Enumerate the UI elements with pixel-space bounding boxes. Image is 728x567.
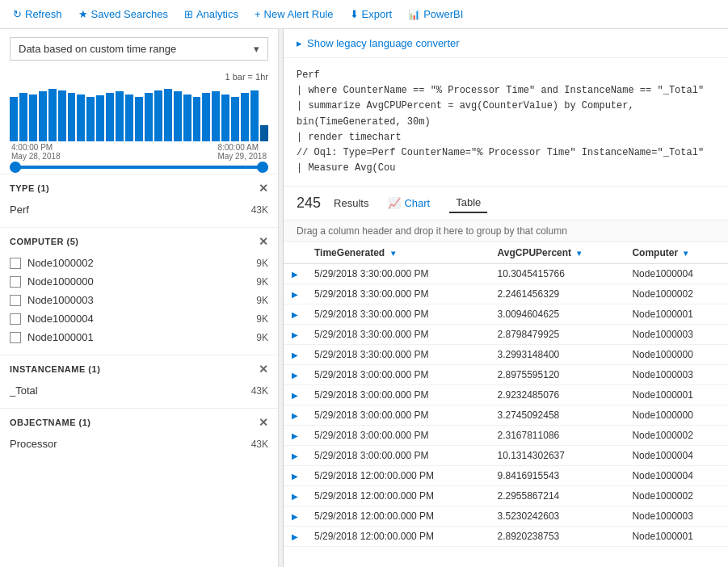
- row-expand-cell[interactable]: ▶: [284, 385, 306, 405]
- chart-icon: 📈: [388, 197, 401, 209]
- filter-checkbox[interactable]: [10, 258, 21, 269]
- slider-area[interactable]: [0, 161, 278, 174]
- table-row[interactable]: ▶5/29/2018 3:00:00.000 PM10.1314302637No…: [284, 446, 728, 466]
- filter-row-count: 9K: [256, 276, 268, 288]
- row-expand-cell[interactable]: ▶: [284, 506, 306, 527]
- table-body: ▶5/29/2018 3:30:00.000 PM10.3045415766No…: [284, 264, 728, 547]
- col-header-time[interactable]: TimeGenerated ▾: [306, 242, 489, 264]
- time-labels: 4:00:00 PM May 28, 2018 8:00:00 AM May 2…: [10, 143, 268, 161]
- refresh-button[interactable]: ↻ Refresh: [6, 5, 69, 23]
- download-icon: ⬇: [350, 8, 359, 20]
- time-label-left: 4:00:00 PM May 28, 2018: [11, 143, 61, 161]
- col-header-computer[interactable]: Computer ▾: [624, 242, 728, 264]
- table-row[interactable]: ▶5/29/2018 3:30:00.000 PM3.2993148400Nod…: [284, 345, 728, 365]
- row-expand-cell[interactable]: ▶: [284, 365, 306, 385]
- new-alert-rule-button[interactable]: + New Alert Rule: [248, 5, 340, 23]
- row-expand-cell[interactable]: ▶: [284, 325, 306, 345]
- table-row[interactable]: ▶5/29/2018 3:30:00.000 PM3.0094604625Nod…: [284, 304, 728, 325]
- row-expand-icon[interactable]: ▶: [292, 411, 298, 420]
- time-range-selector[interactable]: Data based on custom time range ▾: [10, 37, 268, 61]
- filter-icon-computer[interactable]: ▾: [684, 249, 688, 258]
- table-row[interactable]: ▶5/29/2018 12:00:00.000 PM2.8920238753No…: [284, 527, 728, 547]
- filter-close-icon[interactable]: ✕: [259, 363, 269, 375]
- table-row[interactable]: ▶5/29/2018 3:00:00.000 PM2.3167811086Nod…: [284, 426, 728, 446]
- hist-bar: [86, 97, 95, 141]
- list-item: Node10000049K: [10, 309, 268, 328]
- table-row[interactable]: ▶5/29/2018 12:00:00.000 PM3.5230242603No…: [284, 506, 728, 527]
- row-expand-cell[interactable]: ▶: [284, 304, 306, 325]
- row-expand-icon[interactable]: ▶: [292, 290, 298, 299]
- hist-bar: [68, 93, 76, 141]
- filter-row-left: _Total: [10, 384, 38, 397]
- filter-checkbox[interactable]: [10, 313, 21, 325]
- slider-track[interactable]: [10, 166, 268, 169]
- cell-avg: 2.8920238753: [489, 527, 624, 547]
- row-expand-cell[interactable]: ▶: [284, 446, 306, 466]
- saved-searches-button[interactable]: ★ Saved Searches: [72, 5, 175, 23]
- row-expand-icon[interactable]: ▶: [292, 492, 298, 501]
- slider-thumb-right[interactable]: [257, 162, 268, 173]
- table-row[interactable]: ▶5/29/2018 3:30:00.000 PM2.8798479925Nod…: [284, 325, 728, 345]
- row-expand-icon[interactable]: ▶: [292, 472, 298, 481]
- filter-close-icon[interactable]: ✕: [259, 183, 269, 194]
- table-row[interactable]: ▶5/29/2018 3:30:00.000 PM2.2461456329Nod…: [284, 284, 728, 304]
- table-row[interactable]: ▶5/29/2018 12:00:00.000 PM9.8416915543No…: [284, 466, 728, 486]
- table-row[interactable]: ▶5/29/2018 12:00:00.000 PM2.2955867214No…: [284, 486, 728, 506]
- row-expand-cell[interactable]: ▶: [284, 486, 306, 506]
- slider-thumb-left[interactable]: [10, 162, 21, 173]
- row-expand-cell[interactable]: ▶: [284, 264, 306, 284]
- analytics-button[interactable]: ⊞ Analytics: [178, 5, 245, 23]
- filter-header-objectname: OBJECTNAME (1)✕: [10, 417, 268, 428]
- filter-checkbox[interactable]: [10, 332, 21, 343]
- filter-checkbox[interactable]: [10, 276, 21, 288]
- row-expand-icon[interactable]: ▶: [292, 452, 298, 460]
- results-label: Results: [334, 197, 368, 209]
- row-expand-icon[interactable]: ▶: [292, 270, 298, 279]
- filter-close-icon[interactable]: ✕: [259, 236, 269, 247]
- row-expand-icon[interactable]: ▶: [292, 371, 298, 380]
- table-row[interactable]: ▶5/29/2018 3:30:00.000 PM10.3045415766No…: [284, 264, 728, 284]
- cell-time: 5/29/2018 3:00:00.000 PM: [306, 405, 489, 426]
- export-button[interactable]: ⬇ Export: [343, 5, 399, 23]
- filter-header-instancename: INSTANCENAME (1)✕: [10, 363, 268, 375]
- row-expand-icon[interactable]: ▶: [292, 330, 298, 339]
- filter-row-label: Node1000003: [27, 294, 94, 306]
- cell-avg: 2.9232485076: [489, 385, 624, 405]
- filter-icon-avg[interactable]: ▾: [577, 249, 581, 258]
- row-expand-icon[interactable]: ▶: [292, 431, 298, 440]
- row-expand-icon[interactable]: ▶: [292, 351, 298, 359]
- row-expand-cell[interactable]: ▶: [284, 527, 306, 547]
- filter-checkbox[interactable]: [10, 295, 21, 306]
- cell-avg: 2.8798479925: [489, 325, 624, 345]
- powerbi-button[interactable]: 📊 PowerBI: [402, 5, 469, 23]
- right-time: 8:00:00 AM: [217, 143, 267, 152]
- row-expand-cell[interactable]: ▶: [284, 405, 306, 426]
- table-row[interactable]: ▶5/29/2018 3:00:00.000 PM3.2745092458Nod…: [284, 405, 728, 426]
- row-expand-cell[interactable]: ▶: [284, 466, 306, 486]
- row-expand-cell[interactable]: ▶: [284, 426, 306, 446]
- row-expand-icon[interactable]: ▶: [292, 532, 298, 541]
- cell-time: 5/29/2018 3:00:00.000 PM: [306, 446, 489, 466]
- cell-computer: Node1000002: [624, 426, 728, 446]
- table-row[interactable]: ▶5/29/2018 3:00:00.000 PM2.9232485076Nod…: [284, 385, 728, 405]
- cell-computer: Node1000003: [624, 325, 728, 345]
- language-converter-bar[interactable]: ▸ Show legacy language converter: [284, 29, 728, 58]
- filter-row-count: 43K: [251, 204, 268, 216]
- row-expand-icon[interactable]: ▶: [292, 391, 298, 400]
- row-expand-icon[interactable]: ▶: [292, 310, 298, 319]
- hist-bar: [241, 93, 249, 141]
- tab-chart[interactable]: 📈 Chart: [381, 194, 436, 212]
- col-header-avg[interactable]: AvgCPUPercent ▾: [489, 242, 624, 264]
- filter-icon-time[interactable]: ▾: [391, 249, 395, 258]
- row-expand-cell[interactable]: ▶: [284, 345, 306, 365]
- table-row[interactable]: ▶5/29/2018 3:00:00.000 PM2.8975595120Nod…: [284, 365, 728, 385]
- row-expand-cell[interactable]: ▶: [284, 284, 306, 304]
- cell-time: 5/29/2018 3:30:00.000 PM: [306, 345, 489, 365]
- row-expand-icon[interactable]: ▶: [292, 512, 298, 521]
- right-panel: ▸ Show legacy language converter Perf | …: [284, 29, 728, 567]
- filter-section-instancename: INSTANCENAME (1)✕_Total43K: [0, 355, 278, 408]
- tab-table[interactable]: Table: [449, 193, 487, 213]
- time-range-label: Data based on custom time range: [19, 43, 176, 55]
- filter-row-left: Node1000003: [10, 294, 94, 306]
- filter-close-icon[interactable]: ✕: [259, 417, 269, 428]
